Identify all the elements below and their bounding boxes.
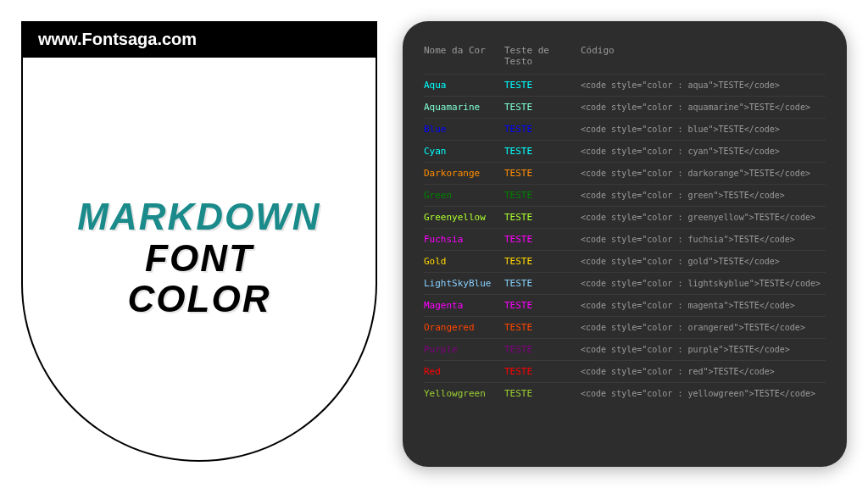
table-row: RedTESTE<code style="color : red">TESTE<… [424, 360, 826, 382]
color-name: Yellowgreen [424, 388, 504, 399]
table-row: BlueTESTE<code style="color : blue">TEST… [424, 118, 826, 140]
color-code: <code style="color : lightskyblue">TESTE… [564, 279, 826, 288]
title-line-3: COLOR [128, 279, 271, 319]
table-row: GoldTESTE<code style="color : gold">TEST… [424, 250, 826, 272]
color-name: Orangered [424, 322, 504, 333]
color-name: Magenta [424, 300, 504, 311]
color-code: <code style="color : purple">TESTE</code… [564, 345, 826, 354]
table-row: GreenyellowTESTE<code style="color : gre… [424, 206, 826, 228]
color-test: TESTE [504, 168, 564, 179]
color-code: <code style="color : orangered">TESTE</c… [564, 323, 826, 332]
code-table-panel: Nome da Cor Teste de Testo Código AquaTE… [403, 21, 847, 467]
color-code: <code style="color : magenta">TESTE</cod… [564, 301, 826, 310]
color-name: Purple [424, 344, 504, 355]
table-row: DarkorangeTESTE<code style="color : dark… [424, 162, 826, 184]
color-test: TESTE [504, 124, 564, 135]
color-test: TESTE [504, 80, 564, 91]
header-test: Teste de Testo [504, 45, 564, 67]
color-test: TESTE [504, 146, 564, 157]
table-row: OrangeredTESTE<code style="color : orang… [424, 316, 826, 338]
color-test: TESTE [504, 388, 564, 399]
url-bar: www.Fontsaga.com [21, 21, 377, 58]
color-code: <code style="color : darkorange">TESTE</… [564, 169, 826, 178]
color-code: <code style="color : blue">TESTE</code> [564, 125, 826, 134]
color-name: Red [424, 366, 504, 377]
color-test: TESTE [504, 190, 564, 201]
color-code: <code style="color : green">TESTE</code> [564, 191, 826, 200]
color-test: TESTE [504, 322, 564, 333]
color-code: <code style="color : cyan">TESTE</code> [564, 147, 826, 156]
table-row: AquamarineTESTE<code style="color : aqua… [424, 96, 826, 118]
title-line-2: FONT [145, 238, 253, 279]
title-line-1: MARKDOWN [77, 197, 320, 237]
color-test: TESTE [504, 102, 564, 113]
color-name: Green [424, 190, 504, 201]
color-test: TESTE [504, 256, 564, 267]
color-name: Blue [424, 124, 504, 135]
color-test: TESTE [504, 212, 564, 223]
table-row: PurpleTESTE<code style="color : purple">… [424, 338, 826, 360]
color-test: TESTE [504, 234, 564, 245]
color-code: <code style="color : aquamarine">TESTE</… [564, 103, 826, 112]
color-name: Aqua [424, 80, 504, 91]
color-code: <code style="color : greenyellow">TESTE<… [564, 213, 826, 222]
table-body: AquaTESTE<code style="color : aqua">TEST… [424, 74, 826, 404]
color-test: TESTE [504, 366, 564, 377]
left-panel: www.Fontsaga.com MARKDOWN FONT COLOR [21, 21, 377, 462]
color-code: <code style="color : aqua">TESTE</code> [564, 80, 826, 90]
color-name: Darkorange [424, 168, 504, 179]
color-code: <code style="color : fuchsia">TESTE</cod… [564, 235, 826, 244]
color-name: Aquamarine [424, 102, 504, 113]
color-name: LightSkyBlue [424, 278, 504, 289]
header-code: Código [564, 45, 826, 67]
color-test: TESTE [504, 300, 564, 311]
color-name: Greenyellow [424, 212, 504, 223]
table-header: Nome da Cor Teste de Testo Código [424, 38, 826, 74]
color-code: <code style="color : yellowgreen">TESTE<… [564, 389, 826, 398]
table-row: FuchsiaTESTE<code style="color : fuchsia… [424, 228, 826, 250]
table-row: YellowgreenTESTE<code style="color : yel… [424, 382, 826, 404]
color-code: <code style="color : red">TESTE</code> [564, 367, 826, 376]
shield-container: MARKDOWN FONT COLOR [21, 57, 377, 462]
color-name: Fuchsia [424, 234, 504, 245]
color-name: Gold [424, 256, 504, 267]
table-row: GreenTESTE<code style="color : green">TE… [424, 184, 826, 206]
color-test: TESTE [504, 344, 564, 355]
table-row: MagentaTESTE<code style="color : magenta… [424, 294, 826, 316]
color-table: Nome da Cor Teste de Testo Código AquaTE… [424, 38, 826, 404]
table-row: CyanTESTE<code style="color : cyan">TEST… [424, 140, 826, 162]
color-test: TESTE [504, 278, 564, 289]
header-name: Nome da Cor [424, 45, 504, 67]
table-row: AquaTESTE<code style="color : aqua">TEST… [424, 74, 826, 96]
color-code: <code style="color : gold">TESTE</code> [564, 257, 826, 266]
table-row: LightSkyBlueTESTE<code style="color : li… [424, 272, 826, 294]
color-name: Cyan [424, 146, 504, 157]
